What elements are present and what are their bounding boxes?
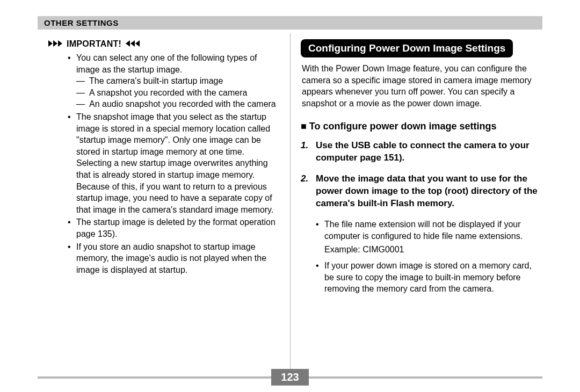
list-item: The snapshot image that you select as th… xyxy=(68,111,279,215)
sub-list: The camera's built-in startup image A sn… xyxy=(76,75,279,110)
list-item: The startup image is deleted by the form… xyxy=(68,216,279,239)
steps-list: Use the USB cable to connect the camera … xyxy=(301,140,542,210)
page-number: 123 xyxy=(271,369,308,386)
important-bullets: You can select any one of the following … xyxy=(68,52,279,275)
column-divider xyxy=(290,33,291,371)
triangle-right-icon xyxy=(48,39,62,49)
intro-text: With the Power Down Image feature, you c… xyxy=(302,63,542,109)
list-item: If you store an audio snapshot to startu… xyxy=(68,241,279,276)
list-item: If your power down image is stored on a … xyxy=(316,260,542,295)
subheading: ■ To configure power down image settings xyxy=(301,121,542,132)
example-text: Example: CIMG0001 xyxy=(324,245,542,255)
list-item: The camera's built-in startup image xyxy=(76,75,279,87)
important-label: IMPORTANT! xyxy=(67,39,121,49)
section-title: Configuring Power Down Image Settings xyxy=(301,39,513,57)
triangle-left-icon xyxy=(126,39,140,49)
page-footer: 123 xyxy=(0,369,580,386)
list-item: The file name extension will not be disp… xyxy=(316,219,542,242)
left-column: IMPORTANT! You can select any one of the… xyxy=(38,39,279,298)
list-item: You can select any one of the following … xyxy=(68,52,279,110)
list-item: A snapshot you recorded with the camera xyxy=(76,87,279,99)
list-item: An audio snapshot you recorded with the … xyxy=(76,98,279,110)
right-column: Configuring Power Down Image Settings Wi… xyxy=(301,39,542,298)
sub-bullets: If your power down image is stored on a … xyxy=(316,260,542,295)
important-header: IMPORTANT! xyxy=(48,39,279,49)
footer-line-right xyxy=(309,376,542,379)
step-item: Use the USB cable to connect the camera … xyxy=(301,140,542,164)
footer-line-left xyxy=(38,376,271,379)
sub-bullets: The file name extension will not be disp… xyxy=(316,219,542,242)
bullet-text: You can select any one of the following … xyxy=(76,53,257,74)
step-item: Move the image data that you want to use… xyxy=(301,173,542,210)
section-header: Other Settings xyxy=(38,16,542,30)
